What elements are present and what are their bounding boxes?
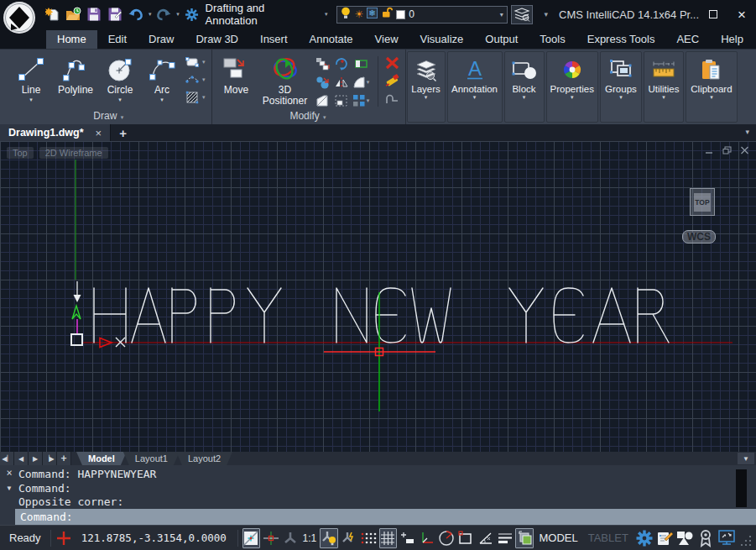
command-history[interactable]: Command: HAPPYNEWYEAR Command: Opposite … [18,468,734,509]
ortho-toggle[interactable] [418,528,435,548]
arc-button[interactable]: Arc ▾ [143,53,181,103]
angle-snap-toggle[interactable] [477,528,494,548]
circle-dropdown-arrow[interactable]: ▾ [118,97,122,103]
ellipse-arc-icon[interactable] [185,73,200,86]
positioner-3d-button[interactable]: 3D Positioner [259,53,311,107]
move-button[interactable]: Move [217,53,256,96]
layout-tab-model[interactable]: Model [76,452,127,465]
drawing-viewport[interactable]: Top 2D Wireframe TOP WCS [0,141,756,452]
undo-dropdown-arrow[interactable]: ▾ [149,11,152,18]
quick-snap-toggle[interactable] [340,528,357,548]
clean-screen-button[interactable] [717,528,737,548]
layer-on-bulb-icon[interactable] [341,7,351,23]
layout-tab-layout1[interactable]: Layout1 [123,452,180,465]
mirror-icon[interactable] [333,76,350,89]
tablet-button[interactable]: TABLET [583,532,633,544]
first-tab-button[interactable]: ◀▏ [0,452,14,465]
tab-tools[interactable]: Tools [529,30,576,49]
command-scrollbar[interactable] [736,469,747,507]
open-file-button[interactable] [65,5,83,24]
fillet-dropdown-arrow[interactable]: ▾ [367,79,370,86]
tab-draw3d[interactable]: Draw 3D [185,30,249,49]
snap-dots-toggle[interactable] [359,528,377,548]
layers-manager-button[interactable] [511,5,533,24]
layer-combo-arrow[interactable]: ▾ [500,11,503,18]
close-button[interactable]: × [727,3,756,26]
utilities-group-button[interactable]: Utilities ▾ [644,51,684,123]
polyline-button[interactable]: Polyline [54,53,97,96]
tab-visualize[interactable]: Visualize [409,30,475,49]
line-dropdown-arrow[interactable]: ▾ [29,97,33,103]
clipboard-group-button[interactable]: Clipboard ▾ [686,51,738,123]
tab-insert[interactable]: Insert [249,30,299,49]
tab-express-tools[interactable]: Express Tools [576,30,666,49]
tab-view[interactable]: View [364,30,409,49]
fillet-icon[interactable]: ▾ [352,76,372,89]
last-tab-button[interactable]: ▕▶ [43,452,57,465]
new-layout-button[interactable]: + [57,452,71,465]
arc-dropdown-arrow[interactable]: ▾ [160,97,164,103]
tab-help[interactable]: Help [710,30,754,49]
new-document-tab-button[interactable]: + [111,124,135,141]
lineweight-toggle[interactable] [496,528,514,548]
annotation-scale-display[interactable]: 1:1 [301,532,319,544]
document-tabs-dropdown-arrow[interactable]: ▾ [745,128,749,136]
prev-tab-button[interactable]: ◀ [14,452,29,465]
snap-toggle[interactable] [399,528,416,548]
array-icon[interactable] [333,94,350,107]
save-as-button[interactable] [106,5,124,24]
shapes-filter-button[interactable] [675,528,696,548]
layer-lock-icon[interactable] [381,7,393,22]
rectangle-dropdown-arrow[interactable]: ▾ [202,59,206,65]
command-window[interactable]: × ▼ Command: HAPPYNEWYEAR Command: Oppos… [0,465,756,525]
align-icon[interactable]: ▾ [352,94,372,107]
save-button[interactable] [86,5,104,24]
polar-tracking-toggle[interactable] [438,528,456,548]
hatch-dropdown-arrow[interactable]: ▾ [202,94,206,101]
model-paper-space-toggle[interactable] [515,528,534,548]
tab-aec[interactable]: AEC [665,30,710,49]
stretch-icon[interactable] [352,57,372,71]
coordinates-display[interactable]: 121.8785,-3.3154,0.0000 [75,532,233,544]
new-file-button[interactable] [44,5,62,24]
redo-button[interactable] [154,5,173,24]
erase-icon[interactable] [384,55,400,71]
resize-grip[interactable] [740,535,752,550]
layout-bar-dropdown-arrow[interactable]: ▼ [738,453,754,464]
tab-draw[interactable]: Draw [138,30,185,49]
esnap-3d-toggle[interactable] [281,528,299,548]
settings-gear-button[interactable] [635,528,654,548]
script-recorder-button[interactable] [655,528,674,548]
properties-group-button[interactable]: Properties ▾ [546,51,598,123]
hatch-icon[interactable] [185,91,200,104]
ellipse-dropdown-arrow[interactable]: ▾ [202,76,206,83]
rectangle-icon[interactable] [185,55,200,69]
app-logo-icon[interactable] [3,1,36,34]
rect-selection-toggle[interactable] [457,528,475,548]
command-input[interactable]: Command: [15,509,756,525]
workspace-gear-icon[interactable] [183,5,201,24]
layer-color-swatch[interactable] [396,10,405,19]
license-badge-button[interactable] [697,528,715,548]
maximize-button[interactable] [699,3,727,26]
align-dropdown-arrow[interactable]: ▾ [367,97,370,104]
otrack-toggle[interactable] [262,528,279,548]
ribbon-collapse-chevron[interactable]: ▾ [545,10,548,18]
block-group-button[interactable]: Block ▾ [504,51,545,123]
tab-home[interactable]: Home [46,30,97,49]
copy-icon[interactable] [315,57,331,71]
workspace-dropdown-arrow[interactable]: ▾ [325,11,328,18]
tab-output[interactable]: Output [474,30,529,49]
document-tab-drawing1[interactable]: Drawing1.dwg* × [0,124,111,141]
tab-edit[interactable]: Edit [97,30,138,49]
command-close-icon[interactable]: × [6,469,12,477]
layers-group-button[interactable]: Layers ▾ [407,51,446,123]
layer-combobox[interactable]: ☀ ❄ 0 ▾ [336,6,507,24]
chamfer-icon[interactable] [315,94,331,107]
line-button[interactable]: Line ▾ [12,53,50,103]
draw-panel-footer[interactable]: Draw ▾ [7,110,211,124]
explode-icon[interactable] [384,74,400,89]
workspace-selector[interactable]: Drafting and Annotation [206,2,319,27]
circle-button[interactable]: Circle ▾ [101,53,139,103]
command-expand-icon[interactable]: ▼ [8,485,12,492]
